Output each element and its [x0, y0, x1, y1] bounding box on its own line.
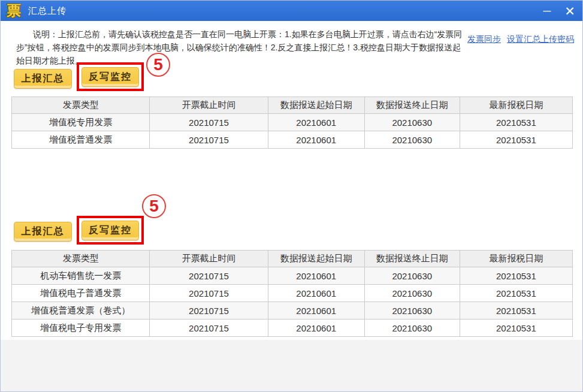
footer-area	[1, 340, 582, 392]
column-header: 最新报税日期	[460, 251, 572, 267]
column-header: 数据报送终止日期	[364, 97, 460, 114]
writeback-monitor-button-2[interactable]: 反写监控	[81, 221, 139, 240]
report-summary-button-1[interactable]: 上报汇总	[14, 69, 72, 89]
invoice-table-2: 发票类型开票截止时间数据报送起始日期数据报送终止日期最新报税日期 机动车销售统一…	[11, 250, 573, 337]
report-summary-button-2[interactable]: 上报汇总	[14, 222, 72, 242]
table-cell: 20210531	[460, 114, 572, 131]
table-cell: 20210601	[268, 114, 364, 131]
column-header: 数据报送起始日期	[268, 97, 364, 114]
writeback-monitor-button-1[interactable]: 反写监控	[81, 67, 139, 87]
window-title: 汇总上传	[28, 5, 67, 17]
table-row: 增值税电子专用发票2021071520210601202106302021053…	[12, 319, 573, 337]
table-cell: 20210601	[268, 285, 364, 302]
top-links: 发票同步 设置汇总上传密码	[467, 34, 579, 45]
table-cell: 20210630	[364, 114, 460, 131]
table-cell: 20210630	[364, 302, 460, 319]
invoice-sync-link[interactable]: 发票同步	[467, 34, 501, 44]
table-cell: 20210601	[268, 131, 364, 149]
table-cell: 20210630	[364, 131, 460, 149]
table-cell: 20210715	[150, 285, 268, 302]
table-cell: 20210531	[460, 319, 572, 337]
table-cell: 20210630	[364, 285, 460, 302]
table-cell: 20210715	[150, 114, 268, 131]
minimize-icon[interactable]: ─	[540, 5, 554, 16]
table-cell: 20210531	[460, 302, 572, 319]
table-cell: 增值税普通发票（卷式）	[12, 302, 150, 319]
table-cell: 20210601	[268, 319, 364, 337]
column-header: 最新报税日期	[460, 97, 572, 114]
table-cell: 20210601	[268, 267, 364, 285]
instruction-text: 说明：上报汇总前，请先确认该税控盘是否一直在同一电脑上开票：1.如果在多台电脑上…	[16, 28, 466, 67]
table-header-row: 发票类型开票截止时间数据报送起始日期数据报送终止日期最新报税日期	[12, 97, 573, 114]
table-row: 增值税普通发票（卷式）20210715202106012021063020210…	[12, 302, 573, 319]
table-cell: 20210715	[150, 131, 268, 149]
highlight-box-1: 反写监控	[77, 62, 144, 91]
column-header: 数据报送起始日期	[268, 251, 364, 267]
table-row: 增值税专用发票20210715202106012021063020210531	[12, 114, 573, 131]
table-cell: 增值税电子普通发票	[12, 285, 150, 302]
table-row: 机动车销售统一发票2021071520210601202106302021053…	[12, 267, 573, 285]
invoice-table-1: 发票类型开票截止时间数据报送起始日期数据报送终止日期最新报税日期 增值税专用发票…	[11, 97, 573, 149]
table-cell: 增值税电子专用发票	[12, 319, 150, 337]
table-cell: 20210601	[268, 302, 364, 319]
table-cell: 20210531	[460, 267, 572, 285]
table-row: 增值税普通发票20210715202106012021063020210531	[12, 131, 573, 149]
app-ticket-icon: 票	[7, 4, 21, 18]
summary-upload-window: 票 汇总上传 ─ ✕ 说明：上报汇总前，请先确认该税控盘是否一直在同一电脑上开票…	[0, 0, 583, 392]
column-header: 发票类型	[12, 251, 150, 267]
column-header: 开票截止时间	[150, 97, 268, 114]
annotation-circle-5-2: 5	[142, 194, 166, 218]
table-cell: 20210531	[460, 131, 572, 149]
highlight-box-2: 反写监控	[77, 216, 144, 245]
column-header: 发票类型	[12, 97, 150, 114]
column-header: 开票截止时间	[150, 251, 268, 267]
table-cell: 20210715	[150, 267, 268, 285]
table-cell: 机动车销售统一发票	[12, 267, 150, 285]
table-cell: 20210715	[150, 319, 268, 337]
set-upload-password-link[interactable]: 设置汇总上传密码	[507, 34, 574, 44]
column-header: 数据报送终止日期	[364, 251, 460, 267]
table-cell: 20210630	[364, 319, 460, 337]
annotation-circle-5-1: 5	[146, 53, 170, 77]
table-row: 增值税电子普通发票2021071520210601202106302021053…	[12, 285, 573, 302]
table-header-row: 发票类型开票截止时间数据报送起始日期数据报送终止日期最新报税日期	[12, 251, 573, 267]
table-cell: 增值税普通发票	[12, 131, 150, 149]
close-icon[interactable]: ✕	[563, 5, 576, 17]
table-cell: 20210531	[460, 285, 572, 302]
window-controls: ─ ✕	[540, 5, 576, 17]
table-cell: 20210715	[150, 302, 268, 319]
table-cell: 增值税专用发票	[12, 114, 150, 131]
table-cell: 20210630	[364, 267, 460, 285]
title-bar: 票 汇总上传 ─ ✕	[1, 1, 582, 21]
